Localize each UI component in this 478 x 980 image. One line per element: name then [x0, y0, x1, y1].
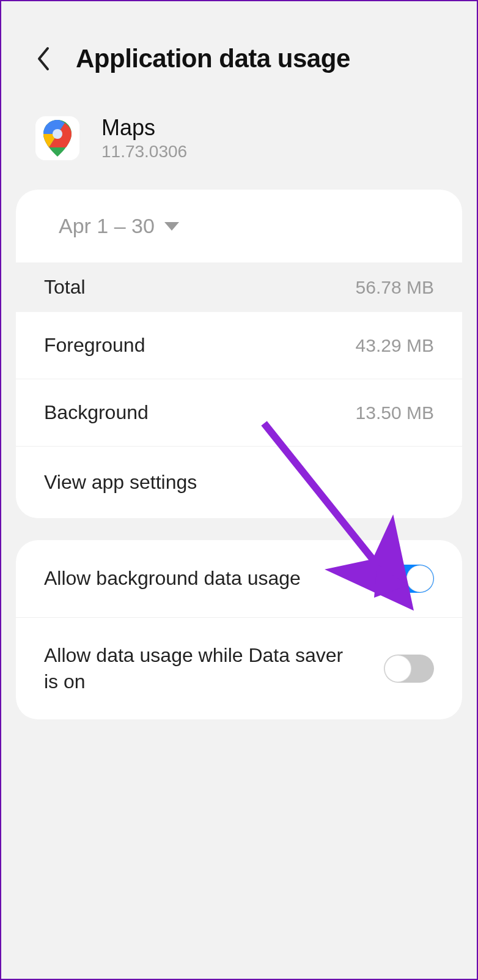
background-value: 13.50 MB: [356, 403, 434, 423]
header: Application data usage: [1, 1, 477, 104]
background-label: Background: [44, 401, 149, 424]
foreground-row: Foreground 43.29 MB: [16, 312, 462, 379]
app-version: 11.73.0306: [101, 142, 187, 161]
date-range-card: Apr 1 – 30: [16, 190, 462, 262]
background-row: Background 13.50 MB: [16, 379, 462, 447]
allow-data-saver-toggle[interactable]: [384, 655, 434, 683]
total-row: Total 56.78 MB: [16, 262, 462, 312]
foreground-value: 43.29 MB: [356, 335, 434, 356]
app-info-row: Maps 11.73.0306: [1, 104, 477, 179]
chevron-down-icon: [164, 222, 179, 231]
total-value: 56.78 MB: [356, 277, 434, 298]
allow-data-saver-row: Allow data usage while Data saver is on: [16, 618, 462, 719]
allow-bg-data-row: Allow background data usage: [16, 540, 462, 618]
view-app-settings-link[interactable]: View app settings: [16, 447, 462, 518]
total-label: Total: [44, 276, 86, 299]
allow-bg-data-label: Allow background data usage: [44, 565, 301, 592]
allow-bg-data-toggle[interactable]: [384, 565, 434, 593]
toggles-card: Allow background data usage Allow data u…: [16, 540, 462, 719]
allow-data-saver-label: Allow data usage while Data saver is on: [44, 642, 362, 695]
maps-app-icon: [35, 116, 79, 160]
svg-point-1: [53, 129, 62, 139]
stats-group: Foreground 43.29 MB Background 13.50 MB …: [16, 312, 462, 518]
back-icon[interactable]: [35, 46, 50, 72]
foreground-label: Foreground: [44, 334, 145, 357]
page-title: Application data usage: [76, 44, 350, 73]
date-range-text: Apr 1 – 30: [59, 214, 155, 238]
app-name: Maps: [101, 115, 187, 141]
toggle-knob: [384, 655, 411, 682]
toggle-knob: [406, 565, 433, 592]
date-range-selector[interactable]: Apr 1 – 30: [16, 190, 462, 262]
